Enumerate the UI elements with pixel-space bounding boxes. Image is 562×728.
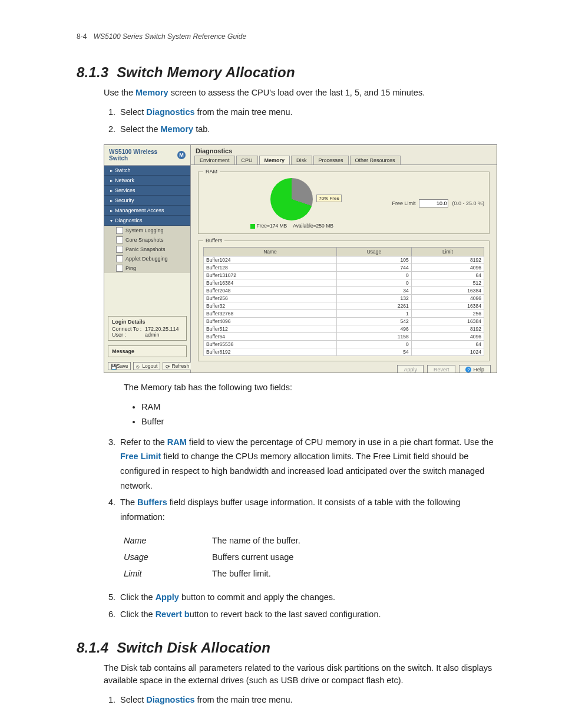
page-icon (116, 236, 123, 243)
cell-name: Buffer512 (204, 325, 337, 333)
cell-limit: 64 (411, 272, 484, 279)
table-row[interactable]: Buffer20483416384 (204, 287, 484, 295)
tabstrip: Environment CPU Memory Disk Processes Ot… (191, 156, 497, 165)
cell-usage: 496 (337, 325, 412, 333)
table-row[interactable]: Buffer5124968192 (204, 325, 484, 333)
free-limit-control: Free Limit (0.0 - 25.0 %) (392, 199, 484, 207)
ram-legend: RAM (203, 169, 220, 174)
running-header: 8-4 WS5100 Series Switch System Referenc… (77, 32, 503, 41)
message-box: Message (108, 345, 187, 357)
tab-disk[interactable]: Disk (291, 156, 312, 164)
tab-memory[interactable]: Memory (259, 156, 290, 164)
col-usage[interactable]: Usage (337, 248, 412, 256)
table-row[interactable]: Buffer65536064 (204, 341, 484, 348)
table-row[interactable]: Buffer409654216384 (204, 318, 484, 325)
bullet-ram: RAM (141, 400, 503, 414)
table-row[interactable]: Buffer8192541024 (204, 348, 484, 356)
revert-button[interactable]: Revert (427, 365, 456, 373)
cell-usage: 744 (337, 264, 412, 272)
memory-fields-list: RAM Buffer (141, 400, 503, 429)
cell-limit: 4096 (411, 264, 484, 272)
cell-limit: 512 (411, 279, 484, 287)
login-details: Login Details Connect To :172.20.25.114 … (108, 316, 187, 341)
col-limit[interactable]: Limit (411, 248, 484, 256)
cell-limit: 8192 (411, 325, 484, 333)
product-title: WS5100 Wireless Switch M (104, 145, 190, 166)
doc-title: WS5100 Series Switch System Reference Gu… (94, 32, 246, 41)
chevron-right-icon: ▸ (110, 178, 113, 183)
free-limit-input[interactable] (419, 199, 448, 207)
table-row[interactable]: Buffer163840512 (204, 279, 484, 287)
cell-name: Buffer2048 (204, 287, 337, 295)
table-row[interactable]: Buffer6411584096 (204, 333, 484, 341)
chevron-right-icon: ▸ (110, 198, 113, 203)
ram-pie-wrap: 70% Free Free=174 MB Available=250 MB (203, 178, 380, 229)
chevron-right-icon: ▸ (110, 208, 113, 213)
cell-limit: 8192 (411, 256, 484, 264)
nav-diagnostics[interactable]: ▾Diagnostics (104, 216, 190, 226)
cell-usage: 0 (337, 272, 412, 279)
nav-security[interactable]: ▸Security (104, 196, 190, 206)
section-title-814: 8.1.4 Switch Disk Allocation (77, 640, 503, 656)
help-icon: ? (465, 367, 471, 373)
table-row[interactable]: Buffer2561324096 (204, 295, 484, 302)
buffers-table: Name Usage Limit Buffer10241058192Buffer… (203, 247, 484, 356)
nav-switch[interactable]: ▸Switch (104, 166, 190, 176)
refresh-button[interactable]: ⟳Refresh (163, 362, 192, 370)
cell-usage: 54 (337, 348, 412, 356)
subnav-panic[interactable]: Panic Snapshots (104, 245, 190, 254)
cell-usage: 132 (337, 295, 412, 302)
help-button[interactable]: ? Help (459, 365, 491, 373)
subnav-ping[interactable]: Ping (104, 263, 190, 273)
refresh-icon: ⟳ (166, 364, 170, 368)
save-button[interactable]: 💾Save (108, 362, 131, 370)
cell-usage: 1158 (337, 333, 412, 341)
table-row[interactable]: Buffer10241058192 (204, 256, 484, 264)
apply-button[interactable]: Apply (397, 365, 424, 373)
section-title-813: 8.1.3 Switch Memory Allocation (77, 64, 503, 81)
step-6: Click the Revert button to revert back t… (118, 607, 503, 622)
table-row[interactable]: Buffer1287444096 (204, 264, 484, 272)
cell-name: Buffer16384 (204, 279, 337, 287)
step-1-814: Select Diagnostics from the main tree me… (118, 693, 503, 707)
col-name[interactable]: Name (204, 248, 337, 256)
page-icon (116, 255, 123, 262)
cell-usage: 0 (337, 279, 412, 287)
cell-usage: 542 (337, 318, 412, 325)
steps-813a: Select Diagnostics from the main tree me… (118, 105, 503, 136)
nav-services[interactable]: ▸Services (104, 186, 190, 196)
intro-813: Use the Memory screen to assess the CPU'… (104, 87, 503, 99)
tab-cpu[interactable]: CPU (236, 156, 258, 164)
tab-processes[interactable]: Processes (313, 156, 349, 164)
page-title: Diagnostics (191, 145, 497, 156)
cell-usage: 34 (337, 287, 412, 295)
cell-limit: 4096 (411, 295, 484, 302)
subnav-core[interactable]: Core Snapshots (104, 235, 190, 245)
cell-name: Buffer32 (204, 302, 337, 310)
tab-environment[interactable]: Environment (194, 156, 235, 164)
logout-button[interactable]: ⎋Logout (133, 362, 160, 370)
table-row[interactable]: Buffer32226116384 (204, 302, 484, 310)
table-row[interactable]: Buffer327681256 (204, 310, 484, 318)
table-row[interactable]: Buffer131072064 (204, 272, 484, 279)
page-number: 8-4 (77, 32, 87, 41)
subnav-applet[interactable]: Applet Debugging (104, 254, 190, 263)
step-4: The Buffers field displays buffer usage … (118, 495, 503, 524)
cell-limit: 64 (411, 341, 484, 348)
pie-legend: Free=174 MB Available=250 MB (250, 223, 333, 229)
main-panel: Diagnostics Environment CPU Memory Disk … (191, 145, 497, 373)
after-shot-text: The Memory tab has the following two fie… (124, 381, 503, 394)
cell-limit: 16384 (411, 318, 484, 325)
nav-network[interactable]: ▸Network (104, 176, 190, 186)
nav-mgmt-access[interactable]: ▸Management Access (104, 206, 190, 216)
page-icon (116, 227, 123, 234)
page-icon (116, 246, 123, 253)
cell-name: Buffer1024 (204, 256, 337, 264)
tab-other-resources[interactable]: Other Resources (350, 156, 401, 164)
buffers-fieldset: Buffers Name Usage Limit Buffer102410581… (198, 238, 490, 361)
free-limit-label: Free Limit (392, 200, 415, 206)
bullet-buffer: Buffer (141, 414, 503, 429)
step-3: Refer to the RAM field to view the perce… (118, 435, 503, 493)
subnav-syslog[interactable]: System Logging (104, 226, 190, 235)
step-5: Click the Apply button to commit and app… (118, 590, 503, 605)
